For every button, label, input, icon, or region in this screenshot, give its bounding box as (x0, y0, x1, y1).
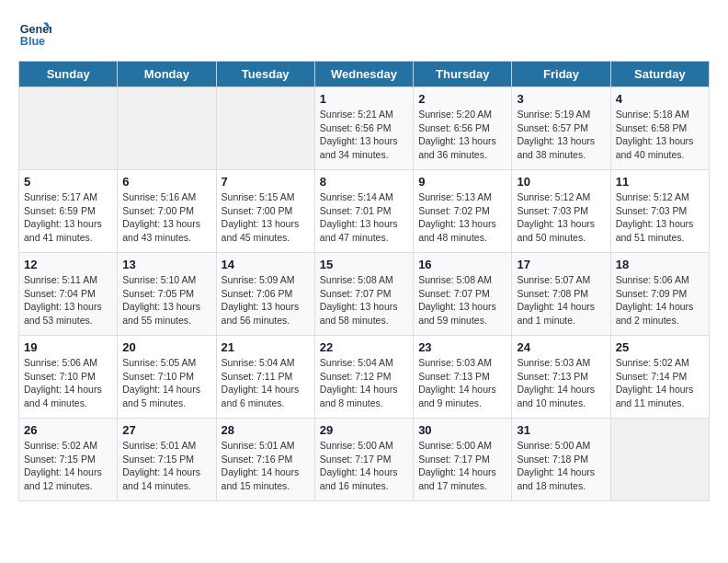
calendar-cell (118, 87, 216, 170)
day-number: 19 (24, 340, 112, 354)
calendar-cell: 6Sunrise: 5:16 AM Sunset: 7:00 PM Daylig… (118, 170, 216, 253)
day-info: Sunrise: 5:14 AM Sunset: 7:01 PM Dayligh… (320, 190, 408, 245)
day-info: Sunrise: 5:18 AM Sunset: 6:58 PM Dayligh… (616, 108, 704, 162)
calendar-cell: 24Sunrise: 5:03 AM Sunset: 7:13 PM Dayli… (512, 336, 610, 419)
day-info: Sunrise: 5:08 AM Sunset: 7:07 PM Dayligh… (320, 273, 408, 327)
day-info: Sunrise: 5:06 AM Sunset: 7:09 PM Dayligh… (616, 273, 704, 327)
week-row-4: 19Sunrise: 5:06 AM Sunset: 7:10 PM Dayli… (19, 336, 710, 419)
day-number: 7 (222, 175, 310, 189)
day-number: 12 (24, 258, 112, 271)
page-header: General Blue (18, 18, 710, 52)
day-number: 29 (320, 423, 408, 437)
day-info: Sunrise: 5:20 AM Sunset: 6:56 PM Dayligh… (418, 108, 506, 162)
day-number: 3 (517, 92, 605, 106)
day-number: 9 (418, 175, 506, 189)
day-info: Sunrise: 5:02 AM Sunset: 7:15 PM Dayligh… (24, 439, 112, 493)
calendar-cell: 17Sunrise: 5:07 AM Sunset: 7:08 PM Dayli… (512, 253, 610, 336)
day-number: 28 (222, 423, 310, 437)
day-number: 1 (320, 92, 408, 106)
day-info: Sunrise: 5:08 AM Sunset: 7:07 PM Dayligh… (418, 273, 506, 327)
day-info: Sunrise: 5:06 AM Sunset: 7:10 PM Dayligh… (24, 356, 112, 410)
calendar-cell: 2Sunrise: 5:20 AM Sunset: 6:56 PM Daylig… (414, 87, 512, 170)
day-info: Sunrise: 5:00 AM Sunset: 7:17 PM Dayligh… (418, 439, 506, 493)
day-header-tuesday: Tuesday (216, 62, 314, 87)
logo: General Blue (18, 18, 57, 52)
day-number: 14 (222, 258, 310, 271)
day-info: Sunrise: 5:04 AM Sunset: 7:11 PM Dayligh… (222, 356, 310, 410)
svg-text:Blue: Blue (20, 35, 45, 48)
calendar-cell: 9Sunrise: 5:13 AM Sunset: 7:02 PM Daylig… (414, 170, 512, 253)
day-number: 25 (616, 340, 704, 354)
calendar-cell: 25Sunrise: 5:02 AM Sunset: 7:14 PM Dayli… (610, 336, 709, 419)
calendar-cell: 18Sunrise: 5:06 AM Sunset: 7:09 PM Dayli… (610, 253, 709, 336)
calendar-cell: 20Sunrise: 5:05 AM Sunset: 7:10 PM Dayli… (118, 336, 216, 419)
day-info: Sunrise: 5:04 AM Sunset: 7:12 PM Dayligh… (320, 356, 408, 410)
calendar-cell: 13Sunrise: 5:10 AM Sunset: 7:05 PM Dayli… (118, 253, 216, 336)
calendar-cell: 26Sunrise: 5:02 AM Sunset: 7:15 PM Dayli… (19, 419, 118, 501)
calendar-cell (610, 419, 709, 501)
day-info: Sunrise: 5:12 AM Sunset: 7:03 PM Dayligh… (616, 190, 704, 245)
day-info: Sunrise: 5:01 AM Sunset: 7:15 PM Dayligh… (122, 439, 210, 493)
day-info: Sunrise: 5:01 AM Sunset: 7:16 PM Dayligh… (222, 439, 310, 493)
day-info: Sunrise: 5:10 AM Sunset: 7:05 PM Dayligh… (122, 273, 210, 327)
calendar-cell (19, 87, 118, 170)
calendar-cell: 22Sunrise: 5:04 AM Sunset: 7:12 PM Dayli… (314, 336, 413, 419)
day-number: 23 (418, 340, 506, 354)
calendar-cell: 12Sunrise: 5:11 AM Sunset: 7:04 PM Dayli… (19, 253, 118, 336)
calendar-cell (216, 87, 314, 170)
logo-icon: General Blue (18, 18, 51, 52)
day-header-wednesday: Wednesday (314, 62, 413, 87)
day-info: Sunrise: 5:19 AM Sunset: 6:57 PM Dayligh… (517, 108, 605, 162)
day-header-friday: Friday (512, 62, 610, 87)
calendar-cell: 27Sunrise: 5:01 AM Sunset: 7:15 PM Dayli… (118, 419, 216, 501)
calendar-cell: 19Sunrise: 5:06 AM Sunset: 7:10 PM Dayli… (19, 336, 118, 419)
calendar-cell: 30Sunrise: 5:00 AM Sunset: 7:17 PM Dayli… (414, 419, 512, 501)
week-row-5: 26Sunrise: 5:02 AM Sunset: 7:15 PM Dayli… (19, 419, 710, 501)
day-info: Sunrise: 5:09 AM Sunset: 7:06 PM Dayligh… (222, 273, 310, 327)
day-info: Sunrise: 5:05 AM Sunset: 7:10 PM Dayligh… (122, 356, 210, 410)
day-number: 8 (320, 175, 408, 189)
week-row-3: 12Sunrise: 5:11 AM Sunset: 7:04 PM Dayli… (19, 253, 710, 336)
header-row: SundayMondayTuesdayWednesdayThursdayFrid… (19, 62, 710, 87)
day-number: 20 (122, 340, 210, 354)
week-row-2: 5Sunrise: 5:17 AM Sunset: 6:59 PM Daylig… (19, 170, 710, 253)
calendar-cell: 31Sunrise: 5:00 AM Sunset: 7:18 PM Dayli… (512, 419, 610, 501)
day-number: 17 (517, 258, 605, 271)
day-number: 16 (418, 258, 506, 271)
day-info: Sunrise: 5:11 AM Sunset: 7:04 PM Dayligh… (24, 273, 112, 327)
day-info: Sunrise: 5:00 AM Sunset: 7:17 PM Dayligh… (320, 439, 408, 493)
calendar-table: SundayMondayTuesdayWednesdayThursdayFrid… (18, 61, 710, 501)
day-number: 22 (320, 340, 408, 354)
day-info: Sunrise: 5:21 AM Sunset: 6:56 PM Dayligh… (320, 108, 408, 162)
day-number: 5 (24, 175, 112, 189)
week-row-1: 1Sunrise: 5:21 AM Sunset: 6:56 PM Daylig… (19, 87, 710, 170)
day-number: 27 (122, 423, 210, 437)
day-info: Sunrise: 5:02 AM Sunset: 7:14 PM Dayligh… (616, 356, 704, 410)
day-number: 2 (418, 92, 506, 106)
day-number: 21 (222, 340, 310, 354)
day-info: Sunrise: 5:17 AM Sunset: 6:59 PM Dayligh… (24, 190, 112, 245)
day-info: Sunrise: 5:15 AM Sunset: 7:00 PM Dayligh… (222, 190, 310, 245)
calendar-cell: 15Sunrise: 5:08 AM Sunset: 7:07 PM Dayli… (314, 253, 413, 336)
calendar-cell: 29Sunrise: 5:00 AM Sunset: 7:17 PM Dayli… (314, 419, 413, 501)
calendar-cell: 8Sunrise: 5:14 AM Sunset: 7:01 PM Daylig… (314, 170, 413, 253)
calendar-cell: 11Sunrise: 5:12 AM Sunset: 7:03 PM Dayli… (610, 170, 709, 253)
day-number: 13 (122, 258, 210, 271)
day-number: 6 (122, 175, 210, 189)
calendar-cell: 23Sunrise: 5:03 AM Sunset: 7:13 PM Dayli… (414, 336, 512, 419)
day-number: 10 (517, 175, 605, 189)
day-header-thursday: Thursday (414, 62, 512, 87)
day-number: 24 (517, 340, 605, 354)
day-number: 15 (320, 258, 408, 271)
day-info: Sunrise: 5:07 AM Sunset: 7:08 PM Dayligh… (517, 273, 605, 327)
day-info: Sunrise: 5:03 AM Sunset: 7:13 PM Dayligh… (418, 356, 506, 410)
day-header-sunday: Sunday (19, 62, 118, 87)
day-info: Sunrise: 5:16 AM Sunset: 7:00 PM Dayligh… (122, 190, 210, 245)
day-number: 26 (24, 423, 112, 437)
calendar-cell: 5Sunrise: 5:17 AM Sunset: 6:59 PM Daylig… (19, 170, 118, 253)
day-number: 4 (616, 92, 704, 106)
calendar-cell: 21Sunrise: 5:04 AM Sunset: 7:11 PM Dayli… (216, 336, 314, 419)
day-number: 11 (616, 175, 704, 189)
calendar-cell: 4Sunrise: 5:18 AM Sunset: 6:58 PM Daylig… (610, 87, 709, 170)
day-number: 31 (517, 423, 605, 437)
